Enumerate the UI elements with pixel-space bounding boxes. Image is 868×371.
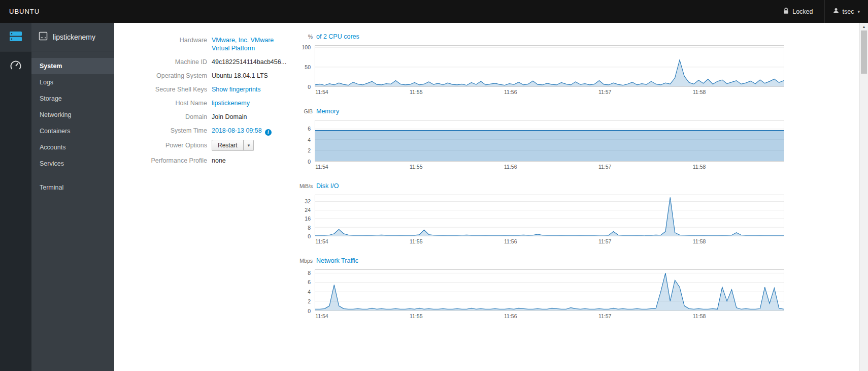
info-icon[interactable]: i bbox=[265, 129, 272, 136]
host-name-row-label: Host Name bbox=[114, 99, 207, 107]
sidebar-nav: System Logs Storage Networking Container… bbox=[31, 51, 114, 196]
x-axis-tick-label: 11:57 bbox=[598, 313, 612, 319]
network-traffic-chart: Mbps Network Traffic 02468 11:5411:5511:… bbox=[299, 257, 784, 321]
memory-x-axis: 11:5411:5511:5611:5711:58 bbox=[315, 164, 784, 172]
disk-io-chart-title-link[interactable]: Disk I/O bbox=[316, 182, 339, 190]
x-axis-tick-label: 11:55 bbox=[410, 313, 423, 319]
x-axis-tick-label: 11:58 bbox=[693, 164, 706, 170]
sidebar-item-storage[interactable]: Storage bbox=[31, 90, 114, 107]
os-label: Operating System bbox=[114, 72, 207, 80]
x-axis-tick-label: 11:57 bbox=[598, 89, 612, 95]
x-axis-tick-label: 11:56 bbox=[504, 89, 517, 95]
sidebar-item-accounts[interactable]: Accounts bbox=[31, 139, 114, 156]
sidebar-item-terminal[interactable]: Terminal bbox=[31, 179, 114, 196]
topbar-right: Locked tsec ▾ bbox=[772, 0, 868, 23]
restart-dropdown-button[interactable]: ▾ bbox=[244, 140, 254, 151]
hardware-label: Hardware bbox=[114, 36, 207, 52]
dashboard-tile[interactable] bbox=[0, 51, 31, 80]
performance-profile-label: Performance Profile bbox=[114, 157, 207, 165]
y-axis-tick-label: 0 bbox=[308, 308, 311, 314]
scrollbar-thumb[interactable] bbox=[861, 30, 867, 74]
detail-row-system-time: System Time 2018-08-13 09:58i bbox=[114, 127, 299, 136]
hardware-link[interactable]: VMware, Inc. VMware Virtual Platform bbox=[212, 36, 282, 52]
vertical-scrollbar[interactable]: ▲ bbox=[859, 23, 868, 371]
cpu-chart: % of 2 CPU cores 050100 11:5411:5511:561… bbox=[299, 33, 784, 97]
power-options-label: Power Options bbox=[114, 141, 207, 151]
memory-chart-title-link[interactable]: Memory bbox=[316, 108, 339, 115]
lock-icon bbox=[783, 8, 789, 16]
x-axis-tick-label: 11:58 bbox=[693, 238, 706, 244]
locked-label: Locked bbox=[792, 8, 813, 15]
server-icon bbox=[9, 31, 22, 43]
main-panel: Hardware VMware, Inc. VMware Virtual Pla… bbox=[114, 23, 859, 371]
x-axis-tick-label: 11:56 bbox=[504, 313, 517, 319]
y-axis-tick-label: 24 bbox=[305, 207, 311, 213]
sidebar-item-networking[interactable]: Networking bbox=[31, 107, 114, 123]
network-unit-label: Mbps bbox=[299, 258, 315, 264]
sidebar-item-logs[interactable]: Logs bbox=[31, 74, 114, 90]
domain-label: Domain bbox=[114, 113, 207, 121]
cpu-unit-label: % bbox=[299, 34, 315, 40]
x-axis-tick-label: 11:54 bbox=[315, 313, 328, 319]
gauge-icon bbox=[10, 59, 22, 72]
x-axis-tick-label: 11:58 bbox=[693, 313, 706, 319]
network-chart-title-link[interactable]: Network Traffic bbox=[316, 257, 358, 264]
x-axis-tick-label: 11:55 bbox=[410, 238, 423, 244]
x-axis-tick-label: 11:55 bbox=[410, 164, 423, 170]
network-x-axis: 11:5411:5511:5611:5711:58 bbox=[315, 313, 784, 321]
scroll-up-arrow-icon[interactable]: ▲ bbox=[860, 23, 868, 30]
brand-logo: UBUNTU bbox=[0, 8, 40, 15]
x-axis-tick-label: 11:56 bbox=[504, 164, 517, 170]
cpu-y-axis: 050100 bbox=[299, 45, 315, 87]
machine-id-label: Machine ID bbox=[114, 58, 207, 66]
y-axis-tick-label: 2 bbox=[308, 298, 311, 304]
machine-id-value: 49c1822514114bacb456... bbox=[212, 58, 286, 66]
disk-io-graph bbox=[315, 195, 784, 236]
x-axis-tick-label: 11:57 bbox=[598, 238, 612, 244]
memory-unit-label: GiB bbox=[299, 108, 315, 114]
locked-indicator[interactable]: Locked bbox=[772, 0, 824, 23]
power-options-button-group: Restart ▾ bbox=[212, 140, 254, 151]
chevron-down-icon: ▾ bbox=[857, 9, 860, 14]
detail-row-performance-profile: Performance Profile none bbox=[114, 157, 299, 165]
y-axis-tick-label: 4 bbox=[308, 137, 311, 143]
join-domain-link[interactable]: Join Domain bbox=[212, 113, 247, 121]
chevron-down-icon: ▾ bbox=[248, 143, 250, 148]
ssh-keys-label: Secure Shell Keys bbox=[114, 85, 207, 94]
system-time-link[interactable]: 2018-08-13 09:58 bbox=[212, 127, 262, 134]
x-axis-tick-label: 11:56 bbox=[504, 238, 517, 244]
detail-row-host-name: Host Name lipstickenemy bbox=[114, 99, 299, 107]
disk-io-x-axis: 11:5411:5511:5611:5711:58 bbox=[315, 238, 784, 246]
sidebar-host-header[interactable]: lipstickenemy bbox=[31, 23, 114, 51]
cpu-graph bbox=[315, 45, 784, 87]
sidebar-item-containers[interactable]: Containers bbox=[31, 123, 114, 139]
restart-button[interactable]: Restart bbox=[212, 140, 244, 151]
y-axis-tick-label: 6 bbox=[308, 279, 311, 285]
y-axis-tick-label: 8 bbox=[308, 270, 311, 276]
detail-row-domain: Domain Join Domain bbox=[114, 113, 299, 121]
detail-row-hardware: Hardware VMware, Inc. VMware Virtual Pla… bbox=[114, 36, 299, 52]
detail-row-machine-id: Machine ID 49c1822514114bacb456... bbox=[114, 58, 299, 66]
performance-profile-value: none bbox=[212, 157, 226, 165]
host-server-tile[interactable] bbox=[0, 23, 31, 51]
detail-row-os: Operating System Ubuntu 18.04.1 LTS bbox=[114, 72, 299, 80]
user-menu[interactable]: tsec ▾ bbox=[824, 0, 868, 23]
y-axis-tick-label: 16 bbox=[305, 215, 311, 222]
y-axis-tick-label: 0 bbox=[308, 84, 311, 90]
disk-io-unit-label: MiB/s bbox=[299, 183, 315, 189]
sidebar-item-system[interactable]: System bbox=[31, 58, 114, 74]
cpu-x-axis: 11:5411:5511:5611:5711:58 bbox=[315, 89, 784, 97]
sidebar: lipstickenemy System Logs Storage Networ… bbox=[31, 23, 114, 371]
x-axis-tick-label: 11:54 bbox=[315, 238, 328, 244]
y-axis-tick-label: 2 bbox=[308, 147, 311, 153]
sidebar-item-services[interactable]: Services bbox=[31, 156, 114, 172]
host-name-link[interactable]: lipstickenemy bbox=[212, 100, 250, 107]
detail-row-ssh-keys: Secure Shell Keys Show fingerprints bbox=[114, 85, 299, 94]
cpu-chart-title-link[interactable]: of 2 CPU cores bbox=[316, 33, 359, 40]
top-bar: UBUNTU Locked tsec ▾ bbox=[0, 0, 868, 23]
show-fingerprints-link[interactable]: Show fingerprints bbox=[212, 86, 261, 93]
icon-strip bbox=[0, 23, 31, 371]
y-axis-tick-label: 0 bbox=[308, 159, 311, 165]
host-icon bbox=[39, 32, 48, 42]
y-axis-tick-label: 8 bbox=[308, 225, 311, 231]
